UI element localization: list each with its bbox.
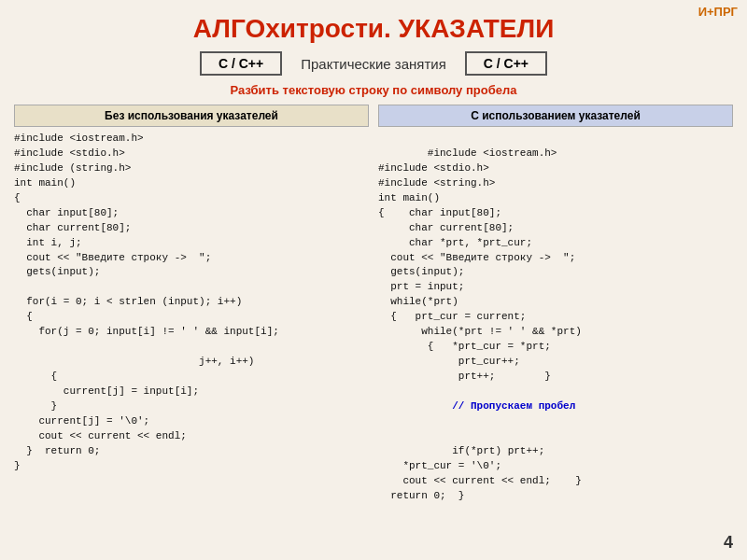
cpp-badge-right: C / C++	[465, 51, 547, 76]
right-code-part1: #include <iostream.h> #include <stdio.h>…	[378, 147, 582, 382]
right-code-part3: if(*prt) prt++; *prt_cur = '\0'; cout <<…	[378, 445, 582, 501]
right-column-header: С использованием указателей	[378, 105, 733, 127]
main-title: АЛГОхитрости. УКАЗАТЕЛИ	[14, 14, 733, 44]
page: И+ПРГ АЛГОхитрости. УКАЗАТЕЛИ C / C++ Пр…	[0, 0, 747, 560]
left-column-header: Без использования указателей	[14, 105, 369, 127]
top-badge: И+ПРГ	[698, 5, 738, 19]
cpp-badge-left: C / C++	[200, 51, 282, 76]
subtitle-text: Практические занятия	[301, 56, 446, 72]
page-number: 4	[724, 533, 733, 553]
right-column: С использованием указателей #include <io…	[378, 105, 733, 525]
left-column: Без использования указателей #include <i…	[14, 105, 369, 525]
right-code-comment: // Пропускаем пробел	[428, 400, 575, 412]
columns-container: Без использования указателей #include <i…	[14, 105, 733, 525]
task-description: Разбить текстовую строку по символу проб…	[14, 83, 733, 97]
right-code-block: #include <iostream.h> #include <stdio.h>…	[378, 132, 733, 525]
subtitle-row: C / C++ Практические занятия C / C++	[14, 51, 733, 76]
left-code-block: #include <iostream.h> #include <stdio.h>…	[14, 132, 369, 525]
